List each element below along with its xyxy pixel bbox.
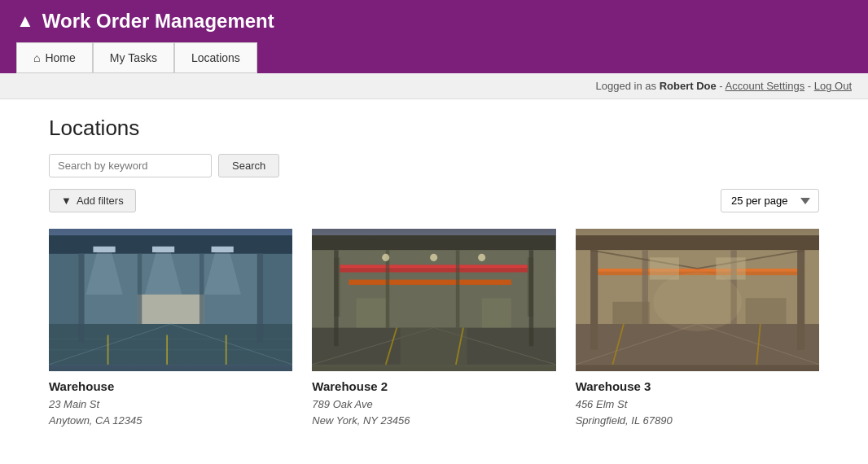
nav-bar: ⌂ Home My Tasks Locations (0, 42, 868, 73)
svg-rect-52 (797, 250, 804, 349)
svg-rect-51 (590, 250, 598, 349)
search-button[interactable]: Search (218, 154, 279, 177)
filter-row: ▼ Add filters 10 per page 25 per page 50… (49, 189, 819, 212)
logout-link[interactable]: Log Out (814, 80, 852, 92)
search-bar: Search (49, 154, 819, 177)
nav-my-tasks[interactable]: My Tasks (93, 42, 174, 73)
location-address: 23 Main St Anytown, CA 12345 (49, 396, 292, 428)
account-bar: Logged in as Robert Doe - Account Settin… (0, 73, 868, 99)
svg-rect-1 (49, 324, 292, 365)
logo-icon: ▲ (16, 11, 34, 32)
app-title: Work Order Management (42, 10, 274, 33)
svg-rect-5 (152, 247, 174, 252)
svg-rect-59 (612, 302, 649, 324)
location-card[interactable]: Warehouse 2 789 Oak Ave New York, NY 234… (312, 229, 555, 428)
location-name: Warehouse 2 (312, 379, 555, 393)
svg-rect-33 (335, 250, 339, 346)
svg-rect-62 (716, 257, 745, 279)
location-address: 789 Oak Ave New York, NY 23456 (312, 396, 555, 428)
nav-home[interactable]: ⌂ Home (16, 42, 93, 73)
location-card[interactable]: Warehouse 23 Main St Anytown, CA 12345 (49, 229, 292, 428)
location-name: Warehouse (49, 379, 292, 393)
svg-rect-16 (257, 254, 263, 343)
filter-icon: ▼ (61, 195, 72, 207)
account-settings-link[interactable]: Account Settings (726, 80, 805, 92)
svg-rect-27 (335, 265, 534, 268)
per-page-select[interactable]: 10 per page 25 per page 50 per page 100 … (721, 189, 819, 212)
app-logo: ▲ Work Order Management (16, 10, 274, 33)
location-name: Warehouse 3 (576, 379, 819, 393)
svg-point-42 (382, 254, 389, 261)
location-card-image (576, 229, 819, 371)
location-card-image (49, 229, 292, 371)
svg-rect-18 (199, 254, 204, 324)
svg-point-44 (478, 254, 485, 261)
search-input[interactable] (49, 154, 212, 177)
nav-locations[interactable]: Locations (174, 42, 257, 73)
svg-rect-10 (138, 295, 204, 324)
svg-rect-15 (78, 254, 84, 343)
page-title: Locations (49, 116, 819, 141)
logged-in-prefix: Logged in as (596, 80, 656, 92)
location-address: 456 Elm St Springfield, IL 67890 (576, 396, 819, 428)
svg-rect-35 (386, 250, 390, 327)
svg-rect-34 (529, 250, 533, 346)
svg-rect-47 (576, 235, 819, 250)
svg-rect-25 (312, 250, 555, 327)
location-card-image (312, 229, 555, 371)
svg-rect-17 (138, 254, 142, 324)
svg-rect-41 (482, 298, 511, 327)
main-content: Locations Search ▼ Add filters 10 per pa… (0, 99, 868, 444)
svg-rect-24 (312, 235, 555, 250)
svg-rect-6 (212, 247, 234, 252)
svg-point-65 (653, 272, 742, 331)
svg-rect-30 (349, 280, 512, 285)
svg-point-43 (430, 254, 437, 261)
add-filters-button[interactable]: ▼ Add filters (49, 189, 136, 212)
current-user: Robert Doe (660, 80, 717, 92)
svg-rect-40 (357, 298, 386, 327)
svg-rect-60 (745, 298, 786, 324)
location-card[interactable]: Warehouse 3 456 Elm St Springfield, IL 6… (576, 229, 819, 428)
app-header: ▲ Work Order Management (0, 0, 868, 42)
home-icon: ⌂ (33, 51, 40, 64)
svg-rect-36 (456, 250, 460, 327)
svg-rect-61 (649, 257, 678, 279)
locations-grid: Warehouse 23 Main St Anytown, CA 12345 (49, 229, 819, 428)
svg-rect-50 (590, 269, 804, 272)
svg-rect-4 (93, 247, 115, 252)
